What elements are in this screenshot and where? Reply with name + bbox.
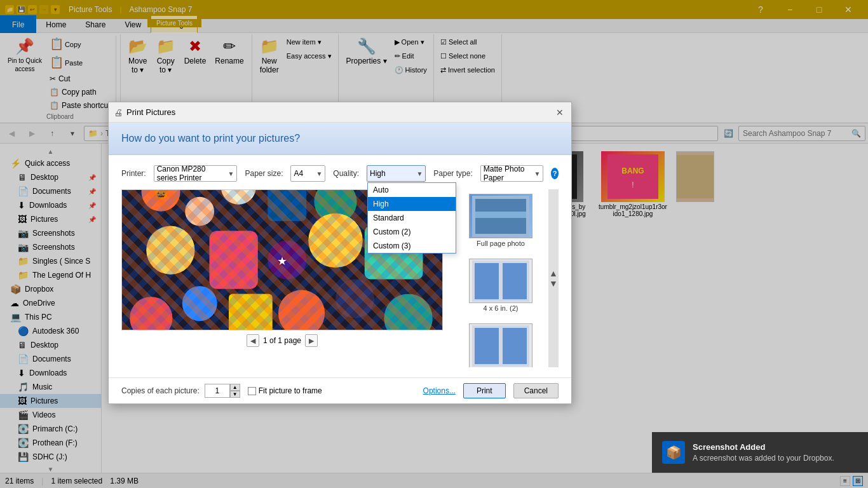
layout-label-full: Full page photo [477,240,525,247]
dialog-title-text: Print Pictures [126,107,553,117]
layout-thumb-4x6 [469,259,532,303]
dialog-body: Printer: Canon MP280 series Printer ▼ Pa… [109,155,571,377]
layout-scroll-icon: ▲▼ [549,268,558,288]
dialog-form-row: Printer: Canon MP280 series Printer ▼ Pa… [121,165,559,182]
paper-type-value: Matte Photo Paper [484,165,532,182]
dropbox-notification-icon: 📦 [662,441,685,464]
layout-thumb-5x7 [469,323,532,367]
layout-5x7[interactable]: 5 x 7 in. (2) [453,319,548,367]
svg-rect-52 [475,328,499,364]
printer-dropdown-arrow: ▼ [228,170,234,177]
cancel-button[interactable]: Cancel [513,383,559,398]
quality-option-standard[interactable]: Standard [368,211,456,225]
quality-dropdown-arrow: ▼ [416,170,423,177]
paper-type-dropdown-arrow: ▼ [534,170,541,177]
paper-type-select[interactable]: Matte Photo Paper ▼ [480,165,544,182]
paper-size-dropdown-arrow: ▼ [316,170,322,177]
paper-size-label: Paper size: [245,169,283,178]
layout-scroll-button[interactable]: ▲▼ [548,189,559,367]
dialog-close-button[interactable]: ✕ [553,106,566,119]
printer-value: Canon MP280 series Printer [157,165,226,182]
options-link[interactable]: Options... [423,386,456,395]
printer-label: Printer: [121,169,146,178]
dialog-footer: Copies of each picture: ▲ ▼ Fit picture … [109,377,571,403]
print-dialog: 🖨 Print Pictures ✕ How do you want to pr… [108,102,572,404]
prev-page-button[interactable]: ◀ [247,334,259,347]
spinner-up-button[interactable]: ▲ [230,384,240,391]
fit-picture-label: Fit picture to frame [259,386,322,395]
page-info: 1 of 1 page [263,336,301,345]
quality-value: High [370,169,414,178]
paper-size-select[interactable]: A4 ▼ [290,165,325,182]
quality-label: Quality: [333,169,359,178]
svg-rect-50 [503,263,527,299]
spinner-down-button[interactable]: ▼ [230,391,240,398]
paper-size-value: A4 [294,169,313,178]
layout-thumb-full [469,194,532,238]
fit-picture-row[interactable]: Fit picture to frame [248,386,322,395]
dialog-content: 🎃 ★ ◀ 1 of 1 page ▶ [121,189,559,367]
copies-spinner: ▲ ▼ [205,384,240,398]
printer-select[interactable]: Canon MP280 series Printer ▼ [154,165,238,182]
svg-rect-47 [475,212,526,218]
dialog-header: How do you want to print your pictures? [109,123,571,155]
svg-rect-53 [503,328,527,364]
notification-body: A screenshot was added to your Dropbox. [693,454,834,463]
copies-row: Copies of each picture: ▲ ▼ [121,384,240,398]
copies-input[interactable] [205,384,230,398]
layout-svg-full [472,196,529,237]
dialog-title-bar: 🖨 Print Pictures ✕ [109,102,571,123]
next-page-button[interactable]: ▶ [305,334,318,347]
print-button[interactable]: Print [463,383,506,398]
quality-option-auto[interactable]: Auto [368,183,456,197]
svg-rect-49 [475,263,499,299]
layout-svg-5x7 [472,325,529,367]
paper-type-label: Paper type: [433,169,472,178]
notification-title: Screenshot Added [693,442,834,452]
dialog-title-icon: 🖨 [114,107,123,118]
help-icon-button[interactable]: ? [551,168,559,179]
quality-option-custom2[interactable]: Custom (2) [368,225,456,239]
layout-label-4x6: 4 x 6 in. (2) [483,304,518,312]
spinner-buttons: ▲ ▼ [230,384,240,398]
notification-content: Screenshot Added A screenshot was added … [693,442,834,463]
pagination: ◀ 1 of 1 page ▶ [121,334,443,347]
layout-4x6[interactable]: 4 x 6 in. (2) [453,254,548,316]
quality-option-custom3[interactable]: Custom (3) [368,239,456,253]
layout-panel: Full page photo 4 x 6 in. (2) [453,189,559,367]
fit-picture-checkbox[interactable] [248,387,256,395]
layout-svg-4x6 [472,261,529,302]
layout-options: Full page photo 4 x 6 in. (2) [453,189,548,367]
dialog-header-question: How do you want to print your pictures? [121,133,559,144]
copies-label: Copies of each picture: [121,386,200,395]
layout-full-page[interactable]: Full page photo [453,189,548,252]
dropbox-notification: 📦 Screenshot Added A screenshot was adde… [652,432,868,473]
quality-option-high[interactable]: High [368,197,456,211]
quality-select[interactable]: High ▼ Auto High Standard Custom (2) Cus… [367,165,426,182]
quality-dropdown: Auto High Standard Custom (2) Custom (3) [367,182,456,254]
